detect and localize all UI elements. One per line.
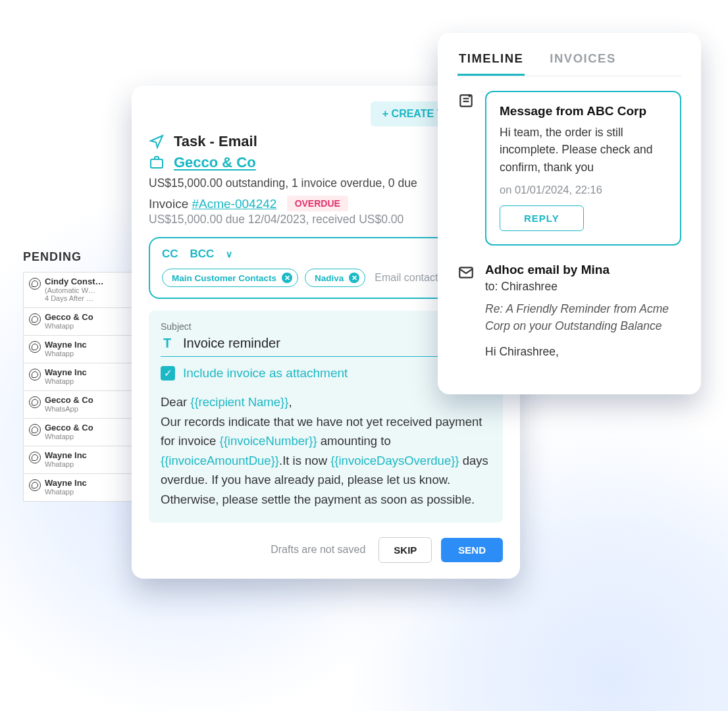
pending-name: Wayne Inc (45, 340, 87, 350)
list-item[interactable]: Wayne IncWhatapp (23, 446, 142, 474)
pending-sub: Whatapp (45, 377, 87, 385)
include-attachment-label: Include invoice as attachment (183, 366, 348, 381)
remove-chip-icon[interactable]: ✕ (282, 273, 292, 283)
pending-heading: PENDING (23, 250, 142, 264)
whatsapp-icon (29, 341, 41, 353)
whatsapp-icon (29, 452, 41, 463)
text-icon: T (161, 336, 174, 351)
var-days-overdue: {{invoiceDaysOverdue}} (330, 454, 459, 467)
contact-chip[interactable]: Nadiva✕ (305, 269, 365, 287)
mail-icon (457, 264, 475, 281)
invoice-link[interactable]: #Acme-004242 (192, 197, 276, 211)
tab-timeline[interactable]: TIMELINE (457, 47, 525, 76)
remove-chip-icon[interactable]: ✕ (349, 273, 359, 283)
whatsapp-icon (29, 479, 41, 491)
list-item[interactable]: Cindy Const…(Automatic W…4 Days After … (23, 272, 142, 308)
list-item[interactable]: Gecco & CoWhatsApp (23, 391, 142, 419)
contact-chip[interactable]: Main Customer Contacts✕ (162, 269, 298, 287)
adhoc-subject: Re: A Friendly Reminder from Acme Corp o… (485, 300, 681, 335)
pending-sub: (Automatic W… (45, 286, 104, 294)
pending-name: Gecco & Co (45, 312, 93, 322)
email-body[interactable]: Dear {{recipient Name}}, Our records ind… (161, 392, 491, 510)
timeline-email: Adhoc email by Mina to: Chirashree Re: A… (485, 263, 681, 359)
pending-sub: Whatapp (45, 488, 87, 496)
bcc-toggle[interactable]: BCC (190, 248, 215, 261)
pending-sub: Whatapp (45, 322, 93, 330)
whatsapp-icon (29, 278, 41, 290)
briefcase-icon (149, 155, 165, 171)
pending-name: Gecco & Co (45, 395, 93, 405)
reply-button[interactable]: REPLY (500, 205, 584, 231)
adhoc-to: to: Chirashree (485, 280, 681, 294)
list-item[interactable]: Wayne IncWhatapp (23, 363, 142, 391)
pending-name: Gecco & Co (45, 423, 93, 433)
pending-sub: Whatapp (45, 433, 93, 440)
whatsapp-icon (29, 396, 41, 408)
whatsapp-icon (29, 424, 41, 436)
pending-name: Wayne Inc (45, 478, 87, 488)
pending-sub: 4 Days After … (45, 294, 104, 302)
list-item[interactable]: Gecco & CoWhatapp (23, 419, 142, 446)
include-attachment-checkbox[interactable]: ✓ (161, 366, 175, 381)
note-add-icon (457, 92, 475, 109)
whatsapp-icon (29, 313, 41, 325)
message-title: Message from ABC Corp (500, 104, 667, 118)
list-item[interactable]: Gecco & CoWhatapp (23, 308, 142, 336)
pending-sub: Whatapp (45, 460, 87, 468)
var-recipient: {{recipient Name}} (190, 395, 288, 409)
message-body: Hi team, the order is still incomplete. … (500, 124, 667, 176)
chevron-down-icon[interactable]: ∨ (226, 249, 232, 259)
cc-toggle[interactable]: CC (162, 248, 178, 261)
email-contacts-placeholder[interactable]: Email contacts (375, 272, 443, 284)
var-amount-due: {{invoiceAmountDue}} (161, 454, 279, 467)
adhoc-body: Hi Chirashree, (485, 345, 681, 359)
whatsapp-icon (29, 369, 41, 381)
skip-button[interactable]: SKIP (378, 537, 432, 563)
svg-rect-4 (151, 159, 163, 168)
overdue-badge: OVERDUE (287, 196, 348, 211)
send-button[interactable]: SEND (441, 538, 503, 562)
var-invoice-number: {{invoiceNumber}} (219, 434, 317, 448)
timeline-message: Message from ABC Corp Hi team, the order… (485, 91, 681, 246)
pending-sub: WhatsApp (45, 405, 93, 413)
send-icon (149, 134, 165, 149)
task-type: Task - Email (174, 133, 257, 150)
pending-name: Wayne Inc (45, 367, 87, 377)
timeline-card: TIMELINE INVOICES Message from ABC Corp … (438, 33, 701, 394)
tab-invoices[interactable]: INVOICES (548, 47, 617, 76)
pending-panel: PENDING Cindy Const…(Automatic W…4 Days … (23, 250, 142, 502)
pending-sub: Whatapp (45, 350, 87, 357)
drafts-note: Drafts are not saved (271, 544, 365, 556)
list-item[interactable]: Wayne IncWhatapp (23, 474, 142, 502)
company-link[interactable]: Gecco & Co (174, 154, 256, 171)
adhoc-title: Adhoc email by Mina (485, 263, 681, 277)
pending-name: Cindy Const… (45, 276, 104, 286)
pending-name: Wayne Inc (45, 450, 87, 460)
message-meta: on 01/01/2024, 22:16 (500, 184, 667, 196)
list-item[interactable]: Wayne IncWhatapp (23, 336, 142, 363)
